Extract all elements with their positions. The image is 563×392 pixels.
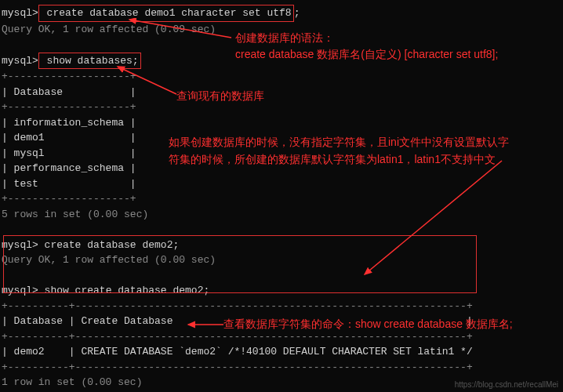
table-row: | information_schema | — [0, 115, 563, 131]
table-border: +--------------------+ — [0, 191, 563, 207]
query-result: 5 rows in set (0.00 sec) — [0, 207, 563, 223]
highlight-box-demo2 — [3, 235, 477, 293]
cmd-show-databases: show databases; — [38, 53, 141, 70]
annotation-query-existing: 查询现有的数据库 — [176, 88, 264, 104]
table-border: +----------+----------------------------… — [0, 299, 563, 314]
annotation-latin1-note: 如果创建数据库的时候，没有指定字符集，且ini文件中没有设置默认字 符集的时候，… — [169, 133, 509, 169]
table-border: +--------------------+ — [0, 69, 563, 85]
mysql-prompt: mysql> — [2, 7, 38, 19]
table-border: +--------------------+ — [0, 100, 563, 115]
terminal-line: mysql> create database demo1 character s… — [0, 5, 563, 22]
annotation-show-create: 查看数据库字符集的命令：show create database 数据库名; — [223, 316, 513, 332]
table-header: | Database | — [0, 85, 563, 100]
annotation-create-syntax: 创建数据库的语法： create database 数据库名(自定义) [cha… — [235, 30, 498, 63]
table-row: | demo2 | CREATE DATABASE `demo2` /*!401… — [0, 344, 563, 360]
table-border: +----------+----------------------------… — [0, 360, 563, 376]
table-row: | test | — [0, 176, 563, 192]
cmd-create-demo1: create database demo1 character set utf8 — [38, 5, 294, 22]
mysql-prompt: mysql> — [2, 55, 38, 67]
watermark: https://blog.csdn.net/recallMei — [455, 379, 558, 390]
